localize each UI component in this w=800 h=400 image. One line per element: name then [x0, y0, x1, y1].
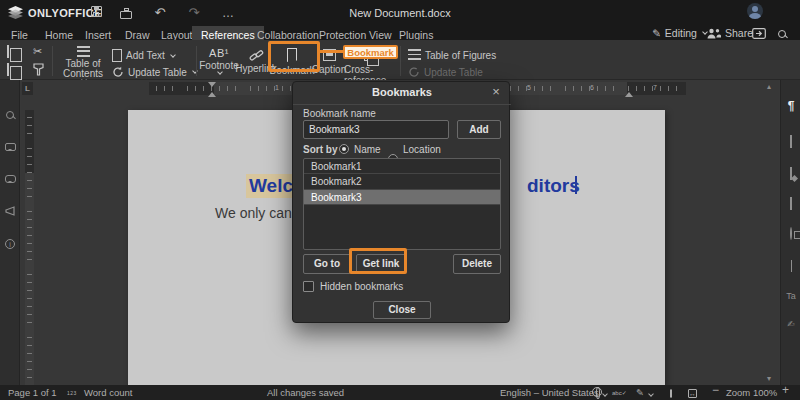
- sort-name-label[interactable]: Name: [354, 144, 381, 155]
- hidden-bookmarks-label[interactable]: Hidden bookmarks: [320, 281, 403, 292]
- dialog-close-icon[interactable]: ×: [489, 85, 503, 99]
- spellcheck-button[interactable]: abc✓: [612, 388, 627, 399]
- zoom-level[interactable]: Zoom 100%: [726, 387, 777, 398]
- scroll-up-icon[interactable]: ▴: [767, 82, 771, 91]
- print-button[interactable]: [118, 6, 134, 21]
- bookmark-list[interactable]: Bookmark1 Bookmark2 Bookmark3: [303, 158, 501, 250]
- table-of-figures-button[interactable]: Table of Figures: [408, 49, 496, 61]
- right-indent-marker[interactable]: [625, 88, 633, 97]
- textart-icon: Ta: [786, 291, 796, 301]
- chevron-down-icon: [170, 52, 176, 58]
- update-table-label: Update Table: [128, 67, 187, 78]
- menu-tab-row: File Home Insert Draw Layout References …: [0, 26, 800, 40]
- table-of-contents-button[interactable]: Table of Contents: [58, 46, 108, 82]
- dialog-title: Bookmarks: [293, 86, 511, 98]
- add-text-button[interactable]: Add Text: [112, 49, 175, 62]
- ruler-number: 5: [527, 84, 531, 91]
- onlyoffice-logo-icon: [8, 6, 23, 19]
- fit-page-button[interactable]: [670, 387, 672, 398]
- table-of-figures-label: Table of Figures: [425, 50, 496, 61]
- track-changes-button[interactable]: ✎: [636, 387, 653, 398]
- delete-button[interactable]: Delete: [453, 254, 501, 274]
- document-title: New Document.docx: [300, 7, 500, 19]
- comment-icon: [5, 143, 16, 151]
- add-button[interactable]: Add: [457, 120, 501, 139]
- list-item-selected[interactable]: Bookmark3: [304, 190, 500, 205]
- save-button[interactable]: [88, 6, 104, 21]
- chevron-down-icon: [648, 391, 654, 397]
- getlink-highlight-rect: [349, 248, 407, 274]
- paste-button[interactable]: [7, 64, 9, 75]
- table-settings-button[interactable]: [785, 136, 797, 148]
- zoom-out-button[interactable]: −: [712, 385, 719, 396]
- more-actions-button[interactable]: …: [220, 6, 236, 21]
- share-button[interactable]: Share: [706, 27, 753, 39]
- image-settings-button[interactable]: [785, 168, 797, 180]
- scroll-down-icon[interactable]: ▾: [767, 374, 771, 383]
- list-item[interactable]: Bookmark2: [304, 174, 500, 189]
- fit-page-icon: [670, 389, 672, 398]
- sort-location-label[interactable]: Location: [403, 144, 441, 155]
- hanging-indent-marker[interactable]: [208, 88, 216, 97]
- word-count-button[interactable]: Word count: [84, 387, 132, 398]
- chart-settings-button[interactable]: [785, 260, 797, 272]
- hyperlink-icon: [249, 49, 264, 62]
- spellcheck-icon: abc: [612, 390, 622, 396]
- ruler-number: 6: [590, 84, 594, 91]
- text-cursor: [575, 176, 577, 194]
- sort-name-radio[interactable]: [339, 144, 349, 154]
- toolbar-separator: [400, 46, 401, 76]
- tab-file[interactable]: File: [2, 26, 37, 40]
- sort-by-label: Sort by: [303, 144, 337, 155]
- toolbar-separator: [52, 46, 53, 76]
- update-table-figures-label: Update Table: [424, 67, 483, 78]
- page-indicator[interactable]: Page 1 of 1: [8, 387, 57, 398]
- search-icon: [6, 111, 14, 119]
- signature-settings-button[interactable]: ✍: [785, 318, 797, 330]
- undo-button[interactable]: ↶: [152, 6, 168, 21]
- copy-button[interactable]: [7, 46, 9, 57]
- save-status: All changes saved: [267, 387, 344, 398]
- update-table-figures-button[interactable]: Update Table: [408, 66, 483, 78]
- footnote-button[interactable]: AB¹ Footnote: [202, 47, 236, 74]
- callout-connector: [320, 50, 343, 53]
- headerfooter-settings-button[interactable]: [785, 198, 797, 210]
- page-icon: [790, 197, 792, 210]
- redo-button[interactable]: ↷: [186, 6, 202, 21]
- chevron-down-icon: [603, 391, 609, 397]
- sidebar-feedback-button[interactable]: [4, 206, 16, 218]
- update-table-button[interactable]: Update Table: [112, 66, 197, 78]
- close-button[interactable]: Close: [373, 301, 431, 319]
- textart-settings-button[interactable]: Ta: [785, 290, 797, 302]
- document-language-button[interactable]: [592, 387, 602, 399]
- list-item[interactable]: Bookmark1: [304, 159, 500, 174]
- sidebar-chat-button[interactable]: [4, 174, 16, 186]
- hidden-bookmarks-checkbox[interactable]: [303, 281, 314, 292]
- refresh-icon: [112, 66, 124, 78]
- zoom-in-button[interactable]: +: [782, 385, 789, 396]
- fit-width-button[interactable]: ↔: [688, 387, 697, 398]
- tab-stop-selector[interactable]: L: [22, 82, 33, 95]
- people-icon: [706, 28, 721, 39]
- sidebar-comments-button[interactable]: [4, 142, 16, 154]
- tab-plugins[interactable]: Plugins: [390, 26, 442, 40]
- editing-mode-button[interactable]: ✎ Editing: [652, 27, 707, 39]
- bookmark-name-label: Bookmark name: [303, 108, 376, 119]
- sidebar-about-button[interactable]: i: [4, 238, 16, 250]
- image-icon: [790, 167, 792, 180]
- vertical-ruler[interactable]: [25, 110, 34, 385]
- shape-settings-button[interactable]: [785, 228, 797, 240]
- tab-insert[interactable]: Insert: [76, 26, 120, 40]
- search-button[interactable]: [778, 29, 786, 40]
- paste-icon: [7, 63, 9, 76]
- bookmark-name-input[interactable]: Bookmark3: [303, 120, 449, 139]
- format-painter-button[interactable]: [33, 63, 44, 78]
- vertical-scrollbar[interactable]: ▴ ▾: [766, 82, 776, 385]
- avatar[interactable]: [747, 3, 763, 19]
- goto-button[interactable]: Go to: [303, 254, 351, 274]
- dialog-separator: [293, 104, 511, 105]
- fit-width-icon: ↔: [688, 389, 697, 398]
- sidebar-search-button[interactable]: [4, 110, 16, 122]
- paragraph-settings-button[interactable]: ¶: [785, 100, 797, 112]
- cut-button[interactable]: ✂: [33, 45, 42, 58]
